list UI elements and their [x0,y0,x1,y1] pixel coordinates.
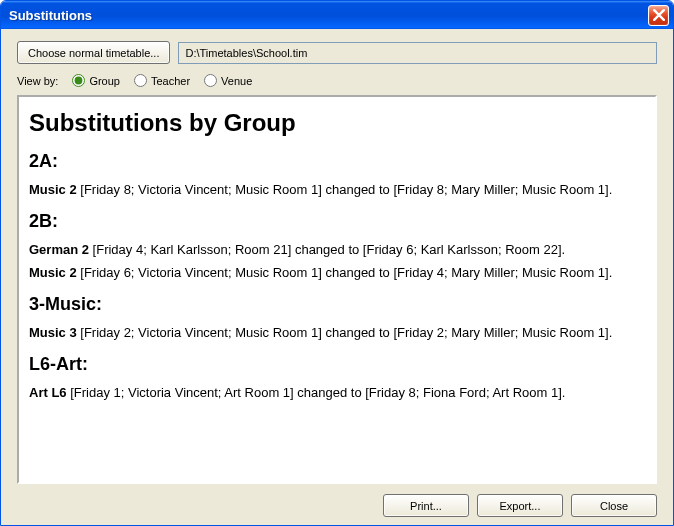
report-frame: Substitutions by Group 2A:Music 2 [Frida… [17,95,657,484]
group-heading: 2A: [29,151,645,172]
window-body: Choose normal timetable... View by: Grou… [1,29,673,525]
window-close-button[interactable] [648,5,669,26]
timetable-row: Choose normal timetable... [17,41,657,64]
viewby-venue-radio[interactable] [204,74,217,87]
viewby-teacher[interactable]: Teacher [134,74,190,87]
window-title: Substitutions [9,8,648,23]
bottom-buttons: Print... Export... Close [17,484,657,517]
substitution-text: [Friday 6; Victoria Vincent; Music Room … [77,265,613,280]
substitution-line: Music 2 [Friday 8; Victoria Vincent; Mus… [29,182,645,197]
substitution-line: Music 3 [Friday 2; Victoria Vincent; Mus… [29,325,645,340]
substitution-label: German 2 [29,242,89,257]
viewby-group-text: Group [89,75,120,87]
substitution-text: [Friday 4; Karl Karlsson; Room 21] chang… [89,242,565,257]
report-scroll[interactable]: Substitutions by Group 2A:Music 2 [Frida… [19,97,655,482]
group-heading: 2B: [29,211,645,232]
close-button[interactable]: Close [571,494,657,517]
viewby-venue-text: Venue [221,75,252,87]
viewby-row: View by: Group Teacher Venue [17,74,657,87]
substitutions-window: Substitutions Choose normal timetable...… [0,0,674,526]
viewby-group[interactable]: Group [72,74,120,87]
viewby-label: View by: [17,75,58,87]
viewby-group-radio[interactable] [72,74,85,87]
print-button[interactable]: Print... [383,494,469,517]
close-icon [653,9,665,21]
viewby-venue[interactable]: Venue [204,74,252,87]
viewby-teacher-radio[interactable] [134,74,147,87]
substitution-text: [Friday 8; Victoria Vincent; Music Room … [77,182,613,197]
viewby-teacher-text: Teacher [151,75,190,87]
timetable-path-field[interactable] [178,42,657,64]
substitution-text: [Friday 2; Victoria Vincent; Music Room … [77,325,613,340]
group-heading: L6-Art: [29,354,645,375]
report-heading: Substitutions by Group [29,109,645,137]
substitution-line: Music 2 [Friday 6; Victoria Vincent; Mus… [29,265,645,280]
titlebar: Substitutions [1,1,673,29]
substitution-label: Music 2 [29,182,77,197]
substitution-line: Art L6 [Friday 1; Victoria Vincent; Art … [29,385,645,400]
substitution-label: Music 2 [29,265,77,280]
substitution-line: German 2 [Friday 4; Karl Karlsson; Room … [29,242,645,257]
substitution-label: Art L6 [29,385,67,400]
export-button[interactable]: Export... [477,494,563,517]
substitution-text: [Friday 1; Victoria Vincent; Art Room 1]… [67,385,566,400]
substitution-label: Music 3 [29,325,77,340]
choose-timetable-button[interactable]: Choose normal timetable... [17,41,170,64]
group-heading: 3-Music: [29,294,645,315]
